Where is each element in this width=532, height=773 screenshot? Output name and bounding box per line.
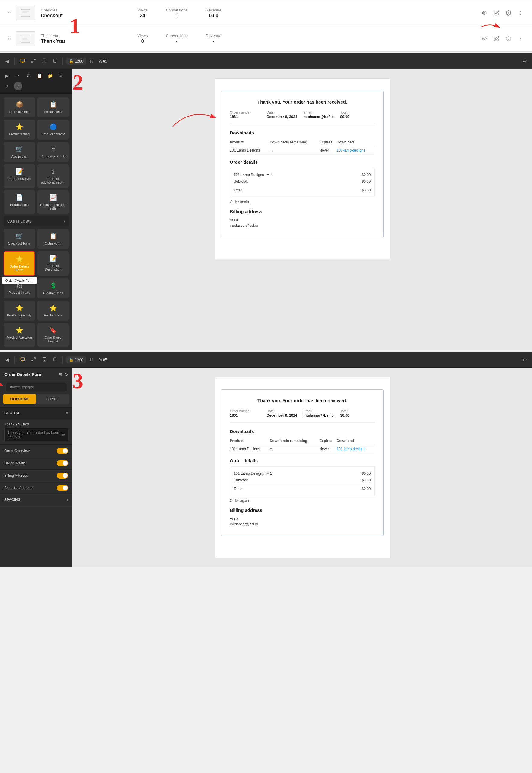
toolbar3-desktop[interactable] <box>18 355 27 365</box>
product-stock-icon: 📦 <box>16 101 23 108</box>
order-again-btn-3[interactable]: Order again <box>230 499 375 503</box>
dl3-remaining: Downloads remaining <box>270 437 320 445</box>
widget-product-price[interactable]: 💲 Product Price <box>37 278 69 298</box>
billing-address-toggle[interactable] <box>57 473 68 479</box>
order-again-btn-2[interactable]: Order again <box>230 200 375 204</box>
thankyou-thumb-icon <box>21 35 30 43</box>
ty-view-icon[interactable] <box>480 34 489 43</box>
ty-more-icon[interactable] <box>516 34 525 43</box>
panel-copy-icon[interactable]: ⊞ <box>59 372 62 377</box>
widget-checkout-form[interactable]: 🛒 Checkout Form <box>4 229 35 249</box>
global-header[interactable]: GLOBAL ▾ <box>0 407 72 419</box>
drag-handle[interactable]: ⠿ <box>7 10 11 16</box>
widget-tooltip: Order Details Form <box>2 277 37 284</box>
arrow-3-id <box>0 381 5 390</box>
thankyou-thumbnail <box>16 31 35 46</box>
svg-point-4 <box>484 12 485 14</box>
billing-title-2: Billing address <box>230 209 375 214</box>
date-3: Date: December 6, 2024 <box>267 409 301 418</box>
widget-order-details-form[interactable]: ⭐ Order Details Form Order Details Form <box>4 251 35 276</box>
settings-icon[interactable] <box>504 9 513 17</box>
tool-add-btn[interactable]: + <box>14 82 22 90</box>
product-reviews-icon: 📝 <box>16 168 23 175</box>
spacing-row[interactable]: SPACING › <box>0 494 72 506</box>
thankyou-page-name: Thank You <box>41 39 101 44</box>
edit-icon[interactable] <box>492 9 501 17</box>
ty-revenue-label: Revenue <box>206 34 221 38</box>
checkout-page-row[interactable]: ⠿ Checkout Checkout Views 24 C <box>0 0 532 26</box>
product-quantity-icon: ⭐ <box>16 304 23 311</box>
toolbar3-expand[interactable] <box>29 355 38 365</box>
more-icon[interactable] <box>516 9 525 17</box>
ty-edit-icon[interactable] <box>492 34 501 43</box>
toolbar3-tablet[interactable] <box>40 355 49 365</box>
widget-product-content[interactable]: 🔵 Product content <box>37 120 69 139</box>
view-icon[interactable] <box>480 9 489 17</box>
offer-steps-icon: 🔖 <box>49 327 57 334</box>
editor-toolbar-3: ◀ 🔒 1280 H % 85 ↩ <box>0 352 532 368</box>
order-row-item-3: 101 Lamp Designs × 1 $0.00 <box>234 470 371 477</box>
product-additional-icon: ℹ <box>52 168 54 175</box>
toolbar-expand-btn[interactable] <box>29 56 38 66</box>
shipping-address-toggle[interactable] <box>57 485 68 491</box>
tool-layers[interactable]: 📋 <box>34 71 44 81</box>
widget-product-upcross[interactable]: 📈 Product up/cross-sells <box>37 190 69 214</box>
toolbar-undo-btn[interactable]: ↩ <box>521 56 528 66</box>
tool-cursor[interactable]: ▶ <box>2 71 11 81</box>
widget-product-additional[interactable]: ℹ Product additional infor... <box>37 164 69 188</box>
widget-related-products[interactable]: 🖥 Related products <box>37 142 69 162</box>
dl-link[interactable]: 101-lamp-designs <box>337 146 375 155</box>
widget-product-description[interactable]: 📝 Product Description <box>37 251 69 276</box>
tool-select[interactable]: ↗ <box>13 71 22 81</box>
widget-product-quantity[interactable]: ⭐ Product Quantity <box>4 301 35 321</box>
svg-point-7 <box>520 13 521 13</box>
tab-style[interactable]: STYLE <box>36 395 69 404</box>
widget-product-reviews[interactable]: 📝 Product reviews <box>4 164 35 188</box>
product-description-label: Product Description <box>40 264 66 271</box>
thankyou-page-row[interactable]: ⠿ Thank You Thank You Views 0 <box>0 26 532 52</box>
toolbar-h-btn[interactable]: H <box>88 57 95 65</box>
related-products-icon: 🖥 <box>50 145 56 152</box>
cartflows-section-header[interactable]: CARTFLOWS ▾ <box>4 216 69 226</box>
product-description-icon: 📝 <box>49 255 57 262</box>
thankyou-drag-handle[interactable]: ⠿ <box>7 35 11 42</box>
order-details-toggle[interactable] <box>57 460 68 466</box>
thankyou-page-type: Thank You <box>41 34 101 38</box>
widget-product-tabs[interactable]: 📄 Product tabs <box>4 190 35 214</box>
widget-optin-form[interactable]: 📋 Optin Form <box>37 229 69 249</box>
tool-help[interactable]: ? <box>2 82 11 91</box>
toolbar-unit-btn[interactable]: % 85 <box>97 57 109 65</box>
toolbar3-mobile[interactable] <box>51 355 59 365</box>
toolbar3-h[interactable]: H <box>88 356 95 364</box>
toolbar-back-btn[interactable]: ◀ <box>4 56 11 66</box>
toolbar-tablet-btn[interactable] <box>40 56 49 66</box>
widget-product-variation[interactable]: ⭐ Product Variation <box>4 323 35 346</box>
widget-product-rating[interactable]: ⭐ Product rating <box>4 120 35 139</box>
widget-product-final[interactable]: 📋 Product final <box>37 97 69 117</box>
tool-folder[interactable]: 📁 <box>45 71 55 81</box>
shipping-address-row: Shipping Address <box>0 482 72 494</box>
widget-product-stock[interactable]: 📦 Product stock <box>4 97 35 117</box>
checkout-thumbnail <box>16 6 35 20</box>
ty-settings-icon[interactable] <box>504 34 513 43</box>
toolbar-mobile-btn[interactable] <box>51 56 59 66</box>
toolbar3-undo[interactable]: ↩ <box>521 355 528 364</box>
conversions-value: 1 <box>166 13 187 18</box>
toolbar3-zoom[interactable]: % 85 <box>97 356 109 364</box>
tool-settings[interactable]: ⚙ <box>56 71 66 81</box>
optin-form-label: Optin Form <box>45 241 61 245</box>
thank-you-text-input[interactable]: Thank you. Your order has been received.… <box>4 428 68 442</box>
panel-reset-icon[interactable]: ↻ <box>65 372 68 377</box>
dynamic-icon[interactable]: ⊕ <box>62 433 65 437</box>
order-overview-toggle[interactable] <box>57 448 68 454</box>
widget-offer-steps[interactable]: 🔖 Offer Steps Layout <box>37 323 69 346</box>
widget-add-to-cart[interactable]: 🛒 Add to cart <box>4 142 35 162</box>
tab-content[interactable]: CONTENT <box>3 395 36 404</box>
toolbar-desktop-btn[interactable] <box>18 56 27 66</box>
widget-product-title[interactable]: ⭐ Product Title <box>37 301 69 321</box>
tool-shield[interactable]: 🛡 <box>24 71 33 81</box>
toolbar3-back[interactable]: ◀ <box>4 355 11 364</box>
order-details-form-icon: ⭐ <box>16 255 23 263</box>
order-meta-2: Order number: 1861 Date: December 6, 202… <box>230 110 375 124</box>
billing-title-3: Billing address <box>230 508 375 513</box>
